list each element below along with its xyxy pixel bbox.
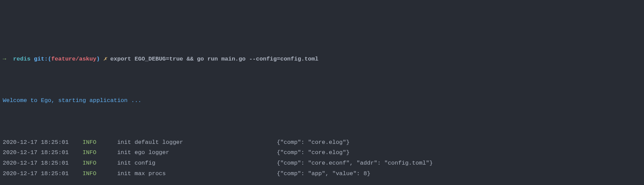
log-meta: {"comp": "core.elog"} bbox=[277, 139, 350, 146]
welcome-message: Welcome to Ego, starting application ... bbox=[3, 96, 641, 106]
log-message: init default logger bbox=[117, 139, 277, 146]
log-timestamp: 2020-12-17 18:25:01 bbox=[3, 149, 83, 156]
log-message: init config bbox=[117, 160, 277, 166]
log-message: init ego logger bbox=[117, 149, 277, 156]
log-timestamp: 2020-12-17 18:25:01 bbox=[3, 170, 83, 177]
prompt-arrow: → bbox=[3, 56, 6, 62]
log-timestamp: 2020-12-17 18:25:01 bbox=[3, 139, 83, 146]
log-line-info: 2020-12-17 18:25:01 INFO init default lo… bbox=[3, 137, 641, 148]
log-level: INFO bbox=[83, 149, 117, 156]
log-line-info: 2020-12-17 18:25:01 INFO init config {"c… bbox=[3, 158, 641, 169]
repo-name: redis bbox=[13, 56, 31, 62]
log-meta: {"comp": "core.econf", "addr": "config.t… bbox=[277, 160, 433, 166]
git-dirty-indicator: ✗ bbox=[103, 56, 107, 62]
git-label: git: bbox=[34, 56, 48, 62]
info-log-block: 2020-12-17 18:25:01 INFO init default lo… bbox=[3, 137, 641, 179]
terminal-output: → redis git:(feature/askuy) ✗ export EGO… bbox=[3, 44, 641, 185]
log-line-info: 2020-12-17 18:25:01 INFO init ego logger… bbox=[3, 148, 641, 158]
paren-open: ( bbox=[48, 56, 51, 62]
blank-line bbox=[3, 75, 641, 85]
log-timestamp: 2020-12-17 18:25:01 bbox=[3, 160, 83, 166]
command-text: export EGO_DEBUG=true && go run main.go … bbox=[110, 56, 318, 62]
log-level: INFO bbox=[83, 170, 117, 177]
log-line-info: 2020-12-17 18:25:01 INFO init max procs … bbox=[3, 169, 641, 179]
prompt-line[interactable]: → redis git:(feature/askuy) ✗ export EGO… bbox=[3, 54, 641, 65]
log-meta: {"comp": "core.elog"} bbox=[277, 149, 350, 156]
log-message: init max procs bbox=[117, 170, 277, 177]
log-level: INFO bbox=[83, 139, 117, 146]
blank-line bbox=[3, 117, 641, 127]
git-branch: feature/askuy bbox=[51, 56, 97, 62]
log-meta: {"comp": "app", "value": 8} bbox=[277, 170, 370, 177]
log-level: INFO bbox=[83, 160, 117, 166]
paren-close: ) bbox=[96, 56, 100, 62]
